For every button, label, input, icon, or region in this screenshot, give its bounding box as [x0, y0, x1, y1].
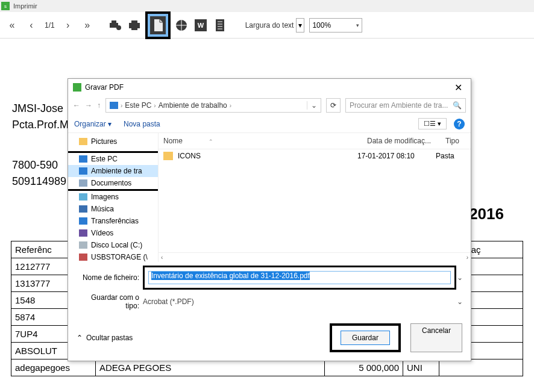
- svg-text:W: W: [197, 22, 204, 29]
- export-pdf-button[interactable]: [145, 11, 171, 39]
- file-list: Nome ⌃ Data de modificaç... Tipo ICONS 1…: [159, 133, 471, 262]
- view-options-button[interactable]: ☐☰ ▾: [418, 118, 447, 129]
- printer-settings-icon[interactable]: [107, 17, 124, 34]
- filetype-label: Guardar com o tipo:: [75, 293, 143, 310]
- save-dialog: Gravar PDF ✕ ← → ↑ › Este PC › Ambiente …: [68, 78, 471, 361]
- dialog-app-icon: [73, 83, 81, 92]
- tree-desktop[interactable]: Ambiente de tra: [68, 165, 158, 177]
- save-button[interactable]: Guardar: [341, 331, 390, 345]
- list-item[interactable]: ICONS 17-01-2017 08:10 Pasta: [159, 149, 471, 163]
- svg-point-2: [116, 25, 121, 30]
- nav-back-button[interactable]: ←: [73, 101, 80, 110]
- tree-music[interactable]: Música: [68, 203, 158, 215]
- folder-icon: [163, 152, 173, 160]
- organize-button[interactable]: Organizar ▾: [74, 120, 112, 128]
- folder-tree: Pictures Este PC Ambiente de tra Documen…: [68, 133, 159, 262]
- col-date[interactable]: Data de modificaç...: [362, 133, 441, 149]
- col-name[interactable]: Nome ⌃: [159, 133, 362, 149]
- search-input[interactable]: Procurar em Ambiente de tra... 🔍: [345, 98, 466, 113]
- zoom-value: 100%: [312, 21, 331, 30]
- doc-year: 2016: [469, 205, 504, 223]
- dialog-body: Pictures Este PC Ambiente de tra Documen…: [68, 133, 471, 262]
- filename-input[interactable]: Inventário de existência global de 31-12…: [148, 271, 451, 284]
- svg-rect-5: [131, 27, 137, 30]
- col-type[interactable]: Tipo: [441, 133, 471, 149]
- tree-images[interactable]: Imagens: [68, 191, 158, 203]
- tree-pictures[interactable]: Pictures: [68, 135, 158, 148]
- table-row: adegapegoesADEGA PEGOES5 000,000UNI: [11, 359, 523, 376]
- text-export-icon[interactable]: [212, 17, 228, 34]
- refresh-button[interactable]: ⟳: [326, 98, 341, 113]
- filename-label: Nome de ficheiro:: [75, 273, 143, 282]
- pdf-icon: [150, 16, 166, 34]
- prev-page-button[interactable]: ‹: [23, 17, 40, 34]
- tree-videos[interactable]: Vídeos: [68, 227, 158, 239]
- page-width-dropdown[interactable]: ▾: [296, 18, 304, 33]
- breadcrumb[interactable]: › Este PC › Ambiente de trabalho › ⌄: [105, 98, 321, 113]
- tree-downloads[interactable]: Transferências: [68, 215, 158, 227]
- tree-este-pc[interactable]: Este PC: [68, 153, 158, 165]
- pc-icon: [110, 102, 118, 109]
- tree-documents[interactable]: Documentos: [68, 177, 158, 189]
- filetype-select[interactable]: Acrobat (*.PDF): [143, 297, 456, 306]
- svg-rect-1: [112, 20, 116, 23]
- new-folder-button[interactable]: Nova pasta: [124, 120, 160, 128]
- breadcrumb-item[interactable]: Este PC: [125, 101, 151, 110]
- breadcrumb-item[interactable]: Ambiente de trabalho: [159, 101, 227, 110]
- hide-folders-toggle[interactable]: ⌃ Ocultar pastas: [77, 334, 133, 342]
- dialog-footer: ⌃ Ocultar pastas Guardar Cancelar: [68, 320, 471, 361]
- help-button[interactable]: ?: [454, 119, 465, 129]
- horizontal-scrollbar[interactable]: ‹›: [159, 252, 471, 262]
- window-title: Imprimir: [13, 2, 37, 10]
- tree-local-disk[interactable]: Disco Local (C:): [68, 239, 158, 251]
- file-list-header: Nome ⌃ Data de modificaç... Tipo: [159, 133, 471, 149]
- web-export-icon[interactable]: [173, 17, 190, 34]
- breadcrumb-dropdown[interactable]: ⌄: [307, 101, 317, 110]
- nav-forward-button[interactable]: →: [85, 101, 92, 110]
- svg-rect-4: [131, 20, 137, 23]
- close-icon[interactable]: ✕: [451, 82, 466, 93]
- window-titlebar: s Imprimir: [0, 0, 534, 12]
- page-width-label: Largura do text: [245, 21, 294, 30]
- last-page-button[interactable]: »: [79, 17, 96, 34]
- word-export-icon[interactable]: W: [192, 17, 209, 34]
- dialog-title: Gravar PDF: [85, 83, 124, 92]
- print-icon[interactable]: [126, 17, 143, 34]
- page-indicator: 1/1: [42, 21, 57, 30]
- dialog-nav: ← → ↑ › Este PC › Ambiente de trabalho ›…: [68, 96, 471, 115]
- nav-up-button[interactable]: ↑: [97, 101, 101, 110]
- dialog-filename-area: Nome de ficheiro: Inventário de existênc…: [68, 262, 471, 320]
- app-icon: s: [1, 2, 10, 10]
- search-placeholder: Procurar em Ambiente de tra...: [350, 101, 448, 110]
- dialog-toolbar: Organizar ▾ Nova pasta ☐☰ ▾ ?: [68, 115, 471, 133]
- chevron-up-icon: ⌃: [77, 334, 83, 342]
- print-toolbar: « ‹ 1/1 › » W Largura do text ▾ 100%: [0, 12, 534, 39]
- dialog-titlebar: Gravar PDF ✕: [68, 79, 471, 96]
- search-icon: 🔍: [453, 101, 462, 110]
- next-page-button[interactable]: ›: [60, 17, 77, 34]
- svg-rect-11: [216, 19, 224, 31]
- first-page-button[interactable]: «: [4, 17, 20, 34]
- zoom-select[interactable]: 100%: [309, 18, 362, 33]
- tree-usb[interactable]: USBSTORAGE (\: [68, 251, 158, 262]
- cancel-button[interactable]: Cancelar: [410, 323, 462, 352]
